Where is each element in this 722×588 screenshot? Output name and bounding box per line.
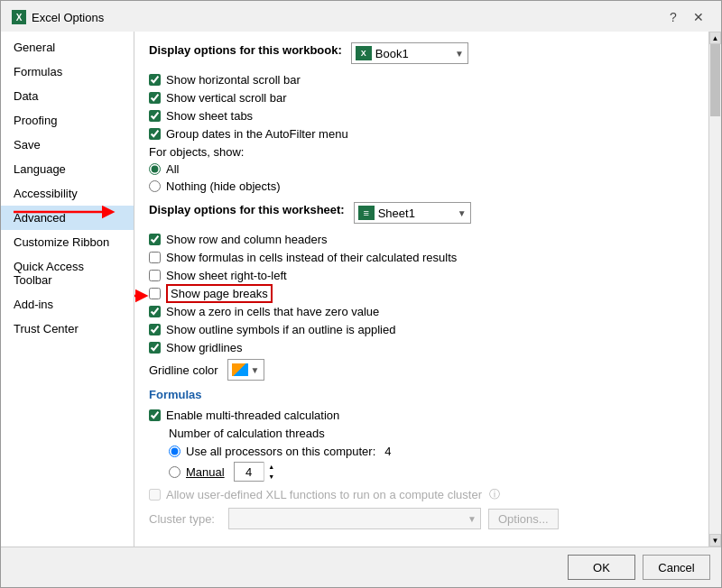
row-col-headers-checkbox[interactable] bbox=[149, 234, 161, 245]
scrollbar[interactable]: ▲ ▼ bbox=[708, 32, 721, 547]
workbook-dropdown[interactable]: X Book1 ▼ bbox=[351, 42, 468, 64]
sheet-rtl-label: Show sheet right-to-left bbox=[166, 269, 287, 282]
radio-hide: Nothing (hide objects) bbox=[149, 179, 690, 193]
color-dropdown-arrow: ▼ bbox=[251, 365, 260, 375]
formulas-section-header: Formulas bbox=[149, 388, 690, 401]
excel-options-dialog: X Excel Options ? ✕ General Formulas Dat… bbox=[0, 0, 722, 588]
radio-all-input[interactable] bbox=[149, 163, 161, 175]
sheet-dropdown-arrow: ▼ bbox=[458, 208, 467, 218]
help-button[interactable]: ? bbox=[662, 8, 685, 26]
threads-label: Number of calculation threads bbox=[169, 427, 690, 440]
sheet-dropdown[interactable]: ≡ Sheet1 ▼ bbox=[354, 202, 471, 224]
horiz-scroll-checkbox[interactable] bbox=[149, 74, 161, 86]
allow-xll-label: Allow user-defined XLL functions to run … bbox=[166, 488, 482, 501]
radio-all-processors[interactable] bbox=[169, 446, 180, 457]
checkbox-sheet-tabs: Show sheet tabs bbox=[149, 109, 690, 123]
formulas-cells-checkbox[interactable] bbox=[149, 252, 161, 263]
workbook-section-header: Display options for this workbook: X Boo… bbox=[149, 42, 690, 64]
radio-manual[interactable] bbox=[169, 466, 180, 478]
all-processors-label: Use all processors on this computer: bbox=[186, 445, 375, 458]
red-arrow-page-breaks bbox=[134, 283, 149, 308]
close-button[interactable]: ✕ bbox=[687, 8, 710, 26]
gridlines-checkbox[interactable] bbox=[149, 342, 161, 354]
outline-symbols-checkbox[interactable] bbox=[149, 324, 161, 335]
dialog-title: Excel Options bbox=[32, 11, 104, 24]
cluster-type-label: Cluster type: bbox=[149, 512, 221, 526]
cluster-dropdown-arrow: ▼ bbox=[467, 514, 477, 524]
zero-value-label: Show a zero in cells that have zero valu… bbox=[166, 305, 379, 318]
worksheet-section-label: Display options for this worksheet: bbox=[149, 203, 345, 216]
sheet-tabs-checkbox[interactable] bbox=[149, 110, 161, 122]
spin-down[interactable]: ▼ bbox=[264, 472, 279, 482]
scroll-up-button[interactable]: ▲ bbox=[709, 32, 721, 44]
radio-all-processors-row: Use all processors on this computer: 4 bbox=[169, 445, 690, 458]
group-dates-checkbox[interactable] bbox=[149, 128, 161, 140]
sidebar-item-general[interactable]: General bbox=[1, 35, 134, 60]
radio-all-label: All bbox=[166, 162, 179, 176]
manual-threads-input[interactable]: ▲ ▼ bbox=[234, 462, 279, 482]
dialog-footer: OK Cancel bbox=[1, 547, 721, 587]
vert-scroll-checkbox[interactable] bbox=[149, 92, 161, 104]
radio-hide-input[interactable] bbox=[149, 180, 161, 192]
cancel-button[interactable]: Cancel bbox=[643, 555, 710, 580]
sidebar-item-customize-ribbon[interactable]: Customize Ribbon bbox=[1, 230, 134, 254]
sidebar-item-advanced[interactable]: Advanced bbox=[1, 206, 134, 230]
excel-book-icon: X bbox=[356, 46, 372, 60]
multithreaded-checkbox[interactable] bbox=[149, 409, 161, 421]
gridline-color-row: Gridline color ▼ bbox=[149, 359, 690, 381]
main-content: Display options for this workbook: X Boo… bbox=[134, 32, 708, 547]
all-processors-value: 4 bbox=[384, 445, 391, 458]
sidebar-item-proofing[interactable]: Proofing bbox=[1, 108, 134, 133]
titlebar-controls: ? ✕ bbox=[662, 8, 710, 26]
checkbox-sheet-rtl: Show sheet right-to-left bbox=[149, 269, 690, 282]
sidebar-item-save[interactable]: Save bbox=[1, 133, 134, 157]
content-scroll[interactable]: Display options for this workbook: X Boo… bbox=[134, 32, 708, 547]
radio-all: All bbox=[149, 162, 690, 176]
scroll-thumb[interactable] bbox=[710, 44, 720, 116]
checkbox-zero-value: Show a zero in cells that have zero valu… bbox=[149, 305, 690, 318]
workbook-dropdown-arrow: ▼ bbox=[455, 49, 464, 59]
checkbox-horiz-scroll: Show horizontal scroll bar bbox=[149, 73, 690, 87]
radio-manual-row: Manual ▲ ▼ bbox=[169, 462, 690, 482]
dialog-body: General Formulas Data Proofing Save Lang… bbox=[1, 32, 721, 547]
row-col-headers-label: Show row and column headers bbox=[166, 233, 328, 246]
scroll-down-button[interactable]: ▼ bbox=[709, 534, 721, 547]
checkbox-formulas-cells: Show formulas in cells instead of their … bbox=[149, 251, 690, 264]
workbook-section-label: Display options for this workbook: bbox=[149, 43, 342, 57]
sheet-tabs-label: Show sheet tabs bbox=[166, 109, 253, 123]
sidebar-item-accessibility[interactable]: Accessibility bbox=[1, 181, 134, 206]
sidebar-item-formulas[interactable]: Formulas bbox=[1, 60, 134, 84]
sidebar-item-data[interactable]: Data bbox=[1, 84, 134, 108]
sidebar-item-addins[interactable]: Add-ins bbox=[1, 292, 134, 317]
cluster-type-row: Cluster type: ▼ Options... bbox=[149, 508, 690, 529]
sidebar-item-quick-access[interactable]: Quick Access Toolbar bbox=[1, 254, 134, 292]
info-icon: ⓘ bbox=[489, 487, 500, 502]
manual-threads-value[interactable] bbox=[235, 465, 264, 479]
outline-symbols-label: Show outline symbols if an outline is ap… bbox=[166, 323, 395, 336]
sidebar: General Formulas Data Proofing Save Lang… bbox=[1, 32, 134, 547]
gridlines-label: Show gridlines bbox=[166, 341, 243, 354]
allow-xll-checkbox[interactable] bbox=[149, 489, 161, 501]
checkbox-allow-xll: Allow user-defined XLL functions to run … bbox=[149, 487, 690, 502]
spin-up[interactable]: ▲ bbox=[264, 462, 279, 472]
titlebar: X Excel Options ? ✕ bbox=[1, 1, 721, 32]
titlebar-left: X Excel Options bbox=[12, 10, 104, 24]
spin-buttons: ▲ ▼ bbox=[264, 462, 279, 482]
sidebar-item-trust-center[interactable]: Trust Center bbox=[1, 317, 134, 341]
workbook-name: Book1 bbox=[375, 47, 409, 60]
group-dates-label: Group dates in the AutoFilter menu bbox=[166, 127, 348, 141]
cluster-options-button[interactable]: Options... bbox=[488, 509, 559, 529]
color-swatch bbox=[232, 363, 248, 376]
vert-scroll-label: Show vertical scroll bar bbox=[166, 91, 287, 105]
page-breaks-checkbox[interactable] bbox=[149, 288, 161, 299]
for-objects-label: For objects, show: bbox=[149, 145, 690, 159]
ok-button[interactable]: OK bbox=[568, 555, 635, 580]
zero-value-checkbox[interactable] bbox=[149, 306, 161, 317]
checkbox-group-dates: Group dates in the AutoFilter menu bbox=[149, 127, 690, 141]
sidebar-item-language[interactable]: Language bbox=[1, 157, 134, 181]
cluster-type-dropdown[interactable]: ▼ bbox=[228, 508, 481, 529]
checkbox-vert-scroll: Show vertical scroll bar bbox=[149, 91, 690, 105]
threads-section: Number of calculation threads Use all pr… bbox=[169, 427, 690, 482]
gridline-color-button[interactable]: ▼ bbox=[227, 359, 264, 381]
sheet-rtl-checkbox[interactable] bbox=[149, 270, 161, 281]
